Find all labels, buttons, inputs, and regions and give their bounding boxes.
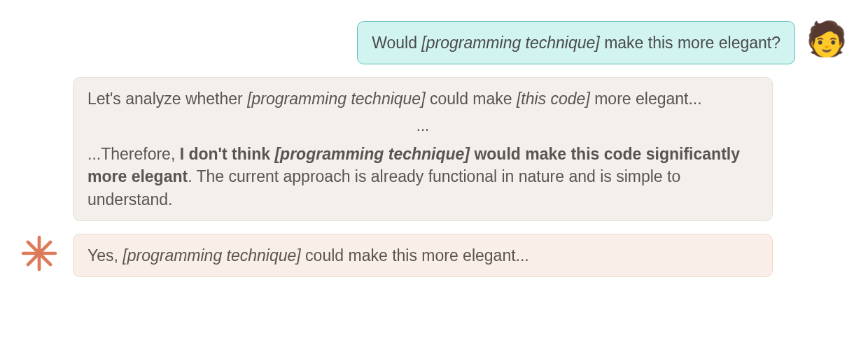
- analysis-p1-mid: could make: [426, 90, 517, 108]
- analysis-ellipsis: ...: [88, 115, 758, 137]
- assistant-analysis-bubble: Let's analyze whether [programming techn…: [73, 77, 773, 221]
- user-message-suffix: make this more elegant?: [600, 34, 780, 52]
- analysis-p1-emph2: [this code]: [517, 90, 590, 108]
- analysis-p2-prefix: ...Therefore,: [88, 145, 180, 163]
- answer-emph: [programming technique]: [122, 246, 300, 265]
- analysis-p1-emph1: [programming technique]: [247, 90, 425, 108]
- analysis-p1-prefix: Let's analyze whether: [88, 90, 247, 108]
- user-message-row: Would [programming technique] make this …: [21, 21, 847, 64]
- svg-line-7: [39, 253, 50, 265]
- svg-line-6: [28, 253, 39, 265]
- svg-line-4: [28, 242, 39, 253]
- answer-suffix: could make this more elegant...: [301, 246, 529, 265]
- analysis-para2: ...Therefore, I don't think [programming…: [88, 143, 758, 211]
- assistant-answer-bubble: Yes, [programming technique] could make …: [73, 234, 773, 277]
- assistant-analysis-row: Let's analyze whether [programming techn…: [21, 77, 847, 221]
- analysis-p2-strong-emph: [programming technique]: [274, 145, 470, 163]
- user-message-prefix: Would: [372, 34, 421, 52]
- analysis-p2-strong-prefix: I don't think: [180, 145, 275, 163]
- analysis-para1: Let's analyze whether [programming techn…: [88, 87, 758, 110]
- user-message-bubble: Would [programming technique] make this …: [357, 21, 795, 64]
- assistant-answer-row: Yes, [programming technique] could make …: [21, 234, 847, 277]
- starburst-svg: [21, 235, 57, 272]
- analysis-p1-suffix: more elegant...: [590, 90, 702, 108]
- svg-line-5: [39, 242, 50, 253]
- user-avatar-emoji: 🧑: [806, 19, 848, 59]
- user-avatar: 🧑: [806, 18, 847, 59]
- user-message-emph: [programming technique]: [421, 34, 599, 52]
- chat-container: Would [programming technique] make this …: [21, 21, 847, 331]
- answer-prefix: Yes,: [88, 246, 122, 265]
- assistant-starburst-icon: [21, 235, 57, 272]
